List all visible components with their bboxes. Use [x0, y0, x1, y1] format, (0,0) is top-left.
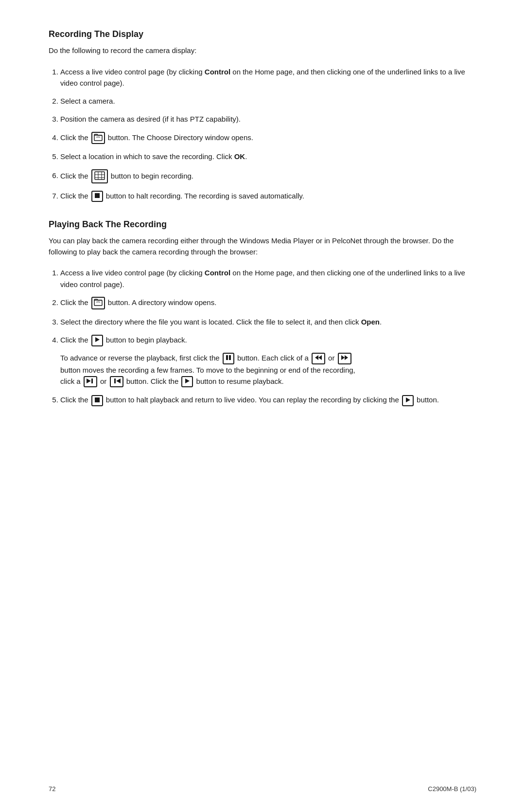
play-icon-1: [91, 335, 103, 346]
svg-marker-17: [116, 379, 121, 383]
pause-icon: [223, 353, 234, 364]
pb-step5-text-after: button to halt playback and return to li…: [106, 396, 401, 404]
rewind-svg: [314, 354, 323, 361]
svg-rect-1: [95, 172, 105, 180]
folder-icon-2: [91, 297, 105, 309]
skipforward-icon: [84, 376, 97, 387]
recording-heading: Recording The Display: [49, 29, 476, 39]
pb-step2-text-before: Click the: [60, 298, 90, 307]
footer-page-number: 72: [49, 785, 55, 793]
svg-marker-14: [345, 355, 348, 360]
playback-step-1: Access a live video control page (by cli…: [60, 267, 476, 290]
recording-section: Recording The Display Do the following t…: [49, 29, 476, 202]
sub-text3: or: [328, 354, 337, 362]
step7-text-before: Click the: [60, 192, 90, 200]
pb-step4-text-after: button to begin playback.: [106, 336, 187, 344]
stop-icon-2: [91, 395, 103, 406]
step1-bold: Control: [205, 68, 230, 76]
play-svg-2: [184, 378, 191, 384]
recording-step-5: Select a location in which to save the r…: [60, 151, 476, 162]
step7-text-after: button to halt recording. The recording …: [106, 192, 304, 200]
pb-step4-text-before: Click the: [60, 336, 90, 344]
sub-text7: button to resume playback.: [196, 377, 284, 385]
record-svg: [94, 171, 105, 180]
play-svg-3: [404, 397, 411, 403]
step3-text: Position the camera as desired (if it ha…: [60, 115, 241, 123]
step1-text-before: Access a live video control page (by cli…: [60, 68, 205, 76]
pb-step3-bold: Open: [361, 318, 380, 326]
play-icon-3: [402, 395, 414, 406]
playback-step-2: Click the button. A directory window ope…: [60, 297, 476, 309]
svg-marker-19: [185, 379, 190, 383]
step5-text-before: Select a location in which to save the r…: [60, 152, 234, 161]
sub-text6: button. Click the: [126, 377, 181, 385]
page-container: Recording The Display Do the following t…: [0, 0, 525, 463]
svg-marker-8: [95, 337, 100, 342]
step5-bold: OK: [234, 152, 245, 161]
step6-text-after: button to begin recording.: [111, 171, 193, 180]
recording-step-2: Select a camera.: [60, 95, 476, 107]
pb-step2-text-after: button. A directory window opens.: [108, 298, 216, 307]
svg-marker-12: [318, 355, 322, 360]
playback-step-4: Click the button to begin playback. To a…: [60, 334, 476, 387]
svg-marker-15: [87, 379, 91, 383]
fastforward-icon: [338, 353, 351, 364]
svg-rect-10: [229, 355, 231, 360]
playback-heading: Playing Back The Recording: [49, 219, 476, 230]
pb-step3-text-after: .: [380, 318, 382, 326]
step4-text-after: button. The Choose Directory window open…: [108, 133, 253, 142]
sub-text2: button. Each click of a: [237, 354, 311, 362]
skipback-icon: [110, 376, 123, 387]
playback-step-3: Select the directory where the file you …: [60, 316, 476, 327]
svg-rect-7: [94, 300, 102, 306]
pb-step1-bold: Control: [205, 269, 230, 277]
record-icon-1: [91, 169, 108, 183]
folder-svg-2: [94, 298, 103, 306]
svg-rect-9: [226, 355, 228, 360]
pb-step5-text-after2: button.: [417, 396, 439, 404]
fastforward-svg: [340, 354, 349, 361]
rewind-icon: [312, 353, 325, 364]
svg-rect-0: [94, 135, 102, 141]
recording-steps-list: Access a live video control page (by cli…: [60, 66, 476, 202]
play-svg-1: [94, 336, 101, 343]
playback-section: Playing Back The Recording You can play …: [49, 219, 476, 406]
stop-svg-1: [94, 192, 101, 199]
play-icon-2: [181, 376, 193, 387]
stop-svg-2: [94, 397, 101, 403]
svg-rect-16: [91, 379, 93, 383]
recording-intro: Do the following to record the camera di…: [49, 45, 476, 56]
playback-step-5: Click the button to halt playback and re…: [60, 394, 476, 406]
pb-step5-text-before: Click the: [60, 396, 90, 404]
recording-step-1: Access a live video control page (by cli…: [60, 66, 476, 89]
svg-rect-6: [95, 193, 100, 198]
svg-rect-18: [114, 379, 116, 383]
sub-text1: To advance or reverse the playback, firs…: [60, 354, 222, 362]
step2-text: Select a camera.: [60, 97, 115, 105]
svg-marker-21: [406, 397, 410, 402]
step6-text-before: Click the: [60, 171, 90, 180]
recording-step-3: Position the camera as desired (if it ha…: [60, 113, 476, 125]
pb-step3-text-before: Select the directory where the file you …: [60, 318, 361, 326]
svg-rect-20: [95, 397, 100, 402]
step5-text-after: .: [245, 152, 247, 161]
skipback-svg: [112, 378, 121, 384]
playback-intro: You can play back the camera recording e…: [49, 235, 476, 257]
pause-svg: [225, 354, 232, 361]
recording-step-7: Click the button to halt recording. The …: [60, 190, 476, 202]
playback-sub-paragraph: To advance or reverse the playback, firs…: [60, 352, 476, 388]
folder-svg-1: [94, 133, 103, 141]
playback-steps-list: Access a live video control page (by cli…: [60, 267, 476, 406]
step4-text-before: Click the: [60, 133, 90, 142]
sub-text5: or: [100, 377, 109, 385]
skipforward-svg: [86, 378, 95, 384]
footer-doc-id: C2900M-B (1/03): [428, 785, 476, 793]
stop-icon-1: [91, 191, 103, 202]
recording-step-4: Click the button. The Choose Directory w…: [60, 132, 476, 144]
svg-marker-13: [341, 355, 345, 360]
folder-icon-1: [91, 132, 105, 144]
pb-step1-text-before: Access a live video control page (by cli…: [60, 269, 205, 277]
page-footer: 72 C2900M-B (1/03): [49, 785, 476, 793]
svg-marker-11: [315, 355, 318, 360]
recording-step-6: Click the button to begin recording.: [60, 169, 476, 183]
